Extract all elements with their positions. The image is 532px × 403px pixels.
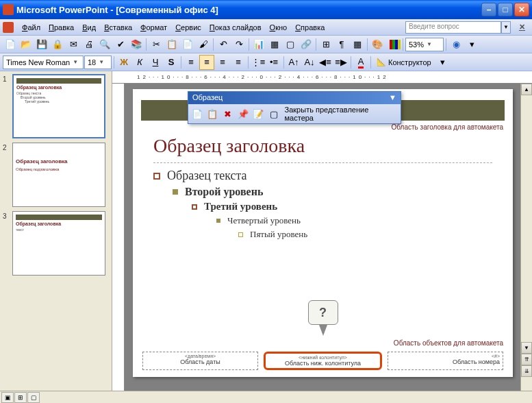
prev-slide-button[interactable]: ⇈ <box>521 354 532 365</box>
auto-object-label: Область объектов для автомакета <box>394 339 503 347</box>
bullets-button[interactable]: •≡ <box>266 55 281 70</box>
chart-button[interactable]: 📊 <box>251 37 266 52</box>
menubar: Файл Правка Вид Вставка Формат Сервис По… <box>0 19 532 36</box>
menu-file[interactable]: Файл <box>18 22 45 33</box>
italic-button[interactable]: К <box>132 55 147 70</box>
bold-button[interactable]: Ж <box>116 55 131 70</box>
align-center-button[interactable]: ≡ <box>199 55 214 70</box>
grid-button[interactable]: ▦ <box>350 37 365 52</box>
slideshow-view-button[interactable]: ▢ <box>27 392 40 403</box>
underline-button[interactable]: Ч <box>148 55 163 70</box>
document-icon[interactable] <box>3 22 14 33</box>
menu-insert[interactable]: Вставка <box>100 22 136 33</box>
expand-button[interactable]: ⊞ <box>318 37 333 52</box>
menu-format[interactable]: Формат <box>136 22 171 33</box>
copy-button[interactable]: 📋 <box>164 37 179 52</box>
shadow-button[interactable]: S <box>164 55 179 70</box>
menu-view[interactable]: Вид <box>78 22 100 33</box>
master-layout-button[interactable]: ▢ <box>266 106 281 121</box>
permission-button[interactable]: 🔒 <box>50 37 65 52</box>
slide-thumb-1[interactable]: 1 Образец заголовка Образец текста Второ… <box>3 74 109 138</box>
design-button[interactable]: 📐Конструктор <box>373 56 435 69</box>
table-button[interactable]: ▦ <box>267 37 282 52</box>
undo-button[interactable]: ↶ <box>216 37 231 52</box>
slide-title-placeholder[interactable]: Образец заголовка <box>153 135 492 157</box>
font-color-button[interactable]: A <box>353 55 368 70</box>
close-button[interactable]: ✕ <box>514 3 529 16</box>
window-controls: – □ ✕ <box>481 3 529 16</box>
format-painter-button[interactable]: 🖌 <box>196 37 211 52</box>
window-title: Microsoft PowerPoint - [Современный офис… <box>16 5 481 15</box>
open-button[interactable]: 📂 <box>18 37 34 52</box>
toolbar-options-2-button[interactable]: ▾ <box>435 55 451 70</box>
slide-footer-placeholders: <дата/время> Область даты <нижний колонт… <box>142 352 503 370</box>
help-search-dropdown[interactable]: ▼ <box>501 21 511 34</box>
callout-help: ? <box>308 300 338 336</box>
master-toolbar[interactable]: Образец ▼ 📄 📋 ✖ 📌 📝 ▢ Закрыть представле… <box>188 91 401 124</box>
delete-master-button[interactable]: ✖ <box>220 106 235 121</box>
slide-thumb-2[interactable]: 2 Образец заголовка Образец подзаголовка <box>3 143 109 207</box>
insert-slide-master-button[interactable]: 📄 <box>190 106 204 121</box>
footer-placeholder[interactable]: <нижний колонтитул> Область ниж. колонти… <box>264 352 382 370</box>
save-button[interactable]: 💾 <box>34 37 49 52</box>
sorter-view-button[interactable]: ⊞ <box>14 392 27 403</box>
hyperlink-button[interactable]: 🔗 <box>299 37 314 52</box>
cut-button[interactable]: ✂ <box>149 37 164 52</box>
vertical-scrollbar[interactable]: ▲ ▼ ⇈ ⇊ <box>520 84 532 391</box>
help-button[interactable]: ◉ <box>448 37 464 52</box>
align-justify-button[interactable]: ≡ <box>231 55 246 70</box>
master-toolbar-menu-icon[interactable]: ▼ <box>389 93 396 103</box>
workspace: 1 Образец заголовка Образец текста Второ… <box>0 71 532 391</box>
slide-body-placeholder[interactable]: Образец текста Второй уровень Третий уро… <box>153 169 492 240</box>
font-size-combo[interactable]: 18▼ <box>84 56 112 69</box>
print-button[interactable]: 🖨 <box>81 37 97 52</box>
menu-slideshow[interactable]: Показ слайдов <box>205 22 266 33</box>
ruler-vertical[interactable] <box>112 84 125 391</box>
menu-help[interactable]: Справка <box>291 22 329 33</box>
slide-thumb-3[interactable]: 3 Образец заголовка текст <box>3 211 109 276</box>
spell-button[interactable]: ✔ <box>113 37 128 52</box>
menu-window[interactable]: Окно <box>266 22 292 33</box>
menu-edit[interactable]: Правка <box>45 22 78 33</box>
align-left-button[interactable]: ≡ <box>183 55 199 70</box>
formatting-toolbar: Times New Roman▼ 18▼ Ж К Ч S ≡ ≡ ≡ ≡ ⋮≡ … <box>0 53 532 71</box>
ruler-horizontal[interactable]: 12···10···8···6···4···2···0···2···4···6·… <box>112 71 532 84</box>
decrease-indent-button[interactable]: ◀≡ <box>318 55 333 70</box>
color-button[interactable]: 🎨 <box>370 37 385 52</box>
research-button[interactable]: 📚 <box>129 37 144 52</box>
scroll-down-button[interactable]: ▼ <box>521 342 532 354</box>
font-combo[interactable]: Times New Roman▼ <box>3 56 84 69</box>
close-master-view-button[interactable]: Закрыть представление мастера <box>282 106 399 122</box>
zoom-combo[interactable]: 53%▼ <box>405 38 444 51</box>
decrease-font-button[interactable]: A↓ <box>302 55 317 70</box>
show-formatting-button[interactable]: ¶ <box>334 37 349 52</box>
email-button[interactable]: ✉ <box>66 37 81 52</box>
tables-borders-button[interactable]: ▢ <box>283 37 298 52</box>
numbering-button[interactable]: ⋮≡ <box>251 55 266 70</box>
slide-canvas[interactable]: Область заголовка для автомакета Образец… <box>133 89 513 377</box>
new-button[interactable]: 📄 <box>3 37 18 52</box>
help-search-input[interactable]: Введите вопрос <box>405 21 501 34</box>
color-scheme-icon[interactable] <box>390 40 401 49</box>
normal-view-button[interactable]: ▣ <box>1 392 14 403</box>
menu-tools[interactable]: Сервис <box>171 22 205 33</box>
minimize-button[interactable]: – <box>481 3 496 16</box>
scroll-up-button[interactable]: ▲ <box>521 84 532 95</box>
toolbar-options-button[interactable]: ▾ <box>464 37 479 52</box>
master-toolbar-title[interactable]: Образец ▼ <box>188 92 401 104</box>
insert-title-master-button[interactable]: 📋 <box>205 106 219 121</box>
maximize-button[interactable]: □ <box>498 3 513 16</box>
preserve-master-button[interactable]: 📌 <box>236 106 250 121</box>
redo-button[interactable]: ↷ <box>231 37 246 52</box>
increase-indent-button[interactable]: ≡▶ <box>333 55 349 70</box>
preview-button[interactable]: 🔍 <box>97 37 112 52</box>
number-placeholder[interactable]: <#> Область номера <box>388 352 503 370</box>
increase-font-button[interactable]: A↑ <box>286 55 301 70</box>
doc-close-button[interactable]: ✕ <box>515 21 529 33</box>
next-slide-button[interactable]: ⇊ <box>521 365 532 377</box>
paste-button[interactable]: 📄 <box>180 37 195 52</box>
date-placeholder[interactable]: <дата/время> Область даты <box>142 352 258 370</box>
rename-master-button[interactable]: 📝 <box>251 106 266 121</box>
bullet-icon <box>216 219 220 223</box>
align-right-button[interactable]: ≡ <box>215 55 230 70</box>
